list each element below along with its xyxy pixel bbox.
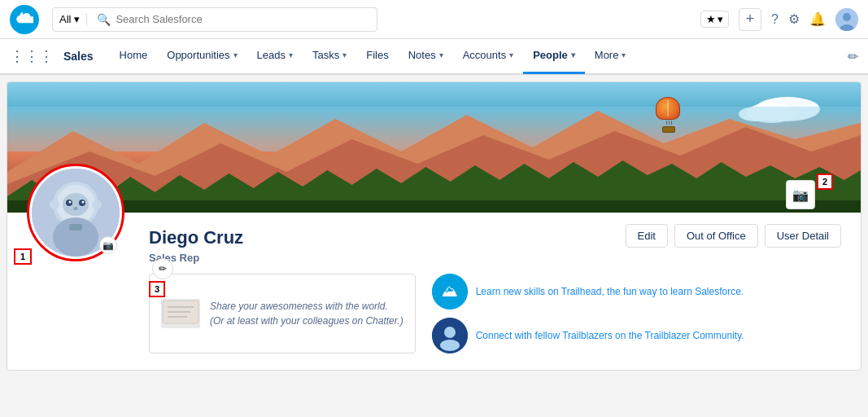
edit-pencil-wrapper: ✏ 3 (152, 258, 173, 279)
utility-icons: ★ ▾ + ? ⚙ 🔔 (700, 8, 858, 31)
profile-actions: Edit Out of Office User Detail (626, 224, 841, 248)
nav-people-label: People (533, 49, 568, 61)
svg-rect-7 (7, 200, 861, 213)
chevron-down-icon: ▾ (509, 50, 513, 59)
nav-tasks-label: Tasks (312, 49, 339, 61)
svg-point-29 (440, 340, 460, 351)
nav-bar: ⋮⋮⋮ Sales Home Opportunities ▾ Leads ▾ T… (0, 39, 868, 75)
nav-leads-label: Leads (257, 49, 286, 61)
nav-item-opportunities[interactable]: Opportunities ▾ (157, 38, 246, 74)
nav-notes-label: Notes (408, 49, 436, 61)
nav-item-files[interactable]: Files (356, 38, 398, 74)
balloon-stripe (667, 100, 669, 116)
banner-camera-button[interactable]: 📷 (786, 180, 815, 209)
trailhead-link-2[interactable]: Connect with fellow Trailblazers on the … (476, 329, 744, 343)
svg-point-15 (82, 201, 85, 204)
svg-point-16 (73, 207, 78, 210)
profile-cards: Share your awesomeness with the world. (… (149, 274, 841, 353)
svg-point-1 (843, 13, 851, 21)
label-badge-2: 2 (817, 173, 833, 190)
svg-point-19 (50, 200, 59, 209)
trailhead-link-1[interactable]: Learn new skills on Trailhead, the fun w… (476, 285, 744, 299)
balloon-basket (662, 126, 675, 133)
search-scope-dropdown[interactable]: All ▾ (59, 13, 87, 25)
profile-content: 📷 1 ✏ 3 Diego Cruz Sales Rep (7, 213, 861, 370)
nav-item-people[interactable]: People ▾ (523, 38, 585, 74)
svg-rect-18 (69, 224, 82, 230)
trailblazer-icon (432, 318, 468, 353)
profile-avatar-ring: 📷 (27, 164, 124, 261)
trailhead-item-2: Connect with fellow Trailblazers on the … (432, 318, 841, 353)
svg-point-14 (69, 201, 72, 204)
nav-accounts-label: Accounts (463, 49, 506, 61)
nav-files-label: Files (366, 49, 388, 61)
nav-opportunities-label: Opportunities (167, 49, 229, 61)
profile-banner: 📷 2 (7, 82, 861, 213)
nav-more-label: More (595, 49, 619, 61)
avatar-camera-button[interactable]: 📷 (99, 236, 117, 254)
chatter-icon (161, 299, 200, 328)
balloon-envelope (656, 97, 680, 120)
user-detail-button[interactable]: User Detail (765, 224, 841, 248)
label-badge-1: 1 (14, 248, 32, 265)
out-of-office-button[interactable]: Out of Office (674, 224, 758, 248)
chevron-down-icon: ▾ (439, 50, 443, 59)
nav-item-home[interactable]: Home (110, 38, 158, 74)
edit-button[interactable]: Edit (626, 224, 668, 248)
chevron-down-icon: ▾ (233, 50, 238, 59)
notifications-icon[interactable]: 🔔 (809, 11, 826, 27)
trailhead-icon: ⛰ (432, 274, 468, 309)
add-button[interactable]: + (739, 8, 761, 31)
search-scope-label: All (59, 13, 71, 25)
chatter-text: Share your awesomeness with the world. (… (210, 299, 403, 328)
user-avatar[interactable] (835, 8, 858, 31)
nav-item-tasks[interactable]: Tasks ▾ (303, 38, 356, 74)
profile-avatar-wrapper: 📷 1 (27, 164, 124, 261)
chevron-down-icon: ▾ (622, 50, 626, 59)
favorites-button[interactable]: ★ ▾ (700, 11, 729, 28)
nav-item-leads[interactable]: Leads ▾ (247, 38, 303, 74)
chevron-down-icon: ▾ (289, 50, 293, 59)
search-icon: 🔍 (97, 13, 111, 26)
profile-title: Sales Rep (149, 252, 841, 264)
trailhead-item-1: ⛰ Learn new skills on Trailhead, the fun… (432, 274, 841, 309)
nav-edit-icon[interactable]: ✏ (848, 49, 858, 64)
banner-camera-wrapper: 📷 2 (786, 180, 815, 209)
profile-container: 📷 2 (7, 81, 861, 371)
app-launcher-icon[interactable]: ⋮⋮⋮ (10, 47, 54, 65)
nav-home-label: Home (120, 49, 148, 61)
search-input[interactable] (116, 13, 370, 25)
search-bar[interactable]: All ▾ 🔍 (52, 7, 377, 32)
help-icon[interactable]: ? (771, 12, 779, 27)
trailhead-cards: ⛰ Learn new skills on Trailhead, the fun… (432, 274, 841, 353)
hot-air-balloon (656, 97, 682, 129)
chevron-down-icon: ▾ (571, 50, 575, 59)
banner-mountains (7, 107, 861, 213)
setup-icon[interactable]: ⚙ (788, 11, 800, 27)
nav-item-more[interactable]: More ▾ (585, 38, 636, 74)
svg-point-20 (92, 200, 102, 209)
utility-bar: All ▾ 🔍 ★ ▾ + ? ⚙ 🔔 (0, 0, 868, 39)
chevron-down-icon: ▾ (342, 50, 347, 59)
svg-point-17 (53, 217, 98, 257)
nav-item-accounts[interactable]: Accounts ▾ (453, 38, 523, 74)
label-badge-3: 3 (149, 281, 165, 297)
chatter-card: Share your awesomeness with the world. (… (149, 274, 416, 353)
nav-item-notes[interactable]: Notes ▾ (399, 38, 453, 74)
app-name: Sales (63, 50, 94, 63)
svg-point-28 (444, 327, 456, 338)
salesforce-logo[interactable] (10, 5, 39, 34)
svg-text:⛰: ⛰ (442, 282, 458, 300)
chevron-down-icon: ▾ (74, 13, 80, 25)
star-icon: ★ (706, 13, 716, 25)
chevron-down-icon: ▾ (718, 13, 723, 25)
edit-pencil-button[interactable]: ✏ (152, 258, 173, 279)
